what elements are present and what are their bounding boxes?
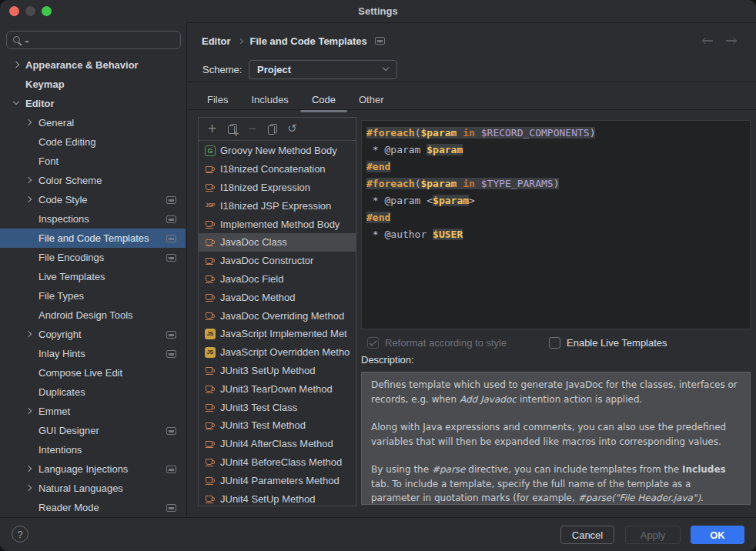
add-template-button[interactable] (206, 122, 219, 135)
sidebar-item-keymap[interactable]: Keymap (0, 75, 186, 94)
sidebar-item-label: Code Style (38, 194, 88, 205)
template-item-junit3-setup-method[interactable]: JUnit3 SetUp Method (199, 362, 356, 380)
sidebar-item-live-templates[interactable]: Live Templates (0, 267, 186, 286)
template-item-javascript-implemented-met[interactable]: JavaScript Implemented Met (199, 325, 356, 343)
sidebar-item-general[interactable]: General (0, 113, 186, 132)
template-item-junit4-setup-method[interactable]: JUnit4 SetUp Method (199, 489, 356, 506)
forward-button (724, 35, 738, 47)
template-item-junit3-teardown-method[interactable]: JUnit3 TearDown Method (199, 379, 356, 398)
template-item-implemented-method-body[interactable]: Implemented Method Body (199, 215, 356, 233)
breadcrumb-editor[interactable]: Editor (202, 35, 231, 47)
help-button[interactable] (12, 526, 28, 543)
sidebar-item-code-editing[interactable]: Code Editing (0, 132, 186, 152)
template-item-groovy-new-method-body[interactable]: Groovy New Method Body (199, 142, 356, 160)
sidebar-item-code-style[interactable]: Code Style (0, 190, 186, 209)
template-item-junit4-afterclass-method[interactable]: JUnit4 AfterClass Method (199, 435, 356, 453)
sidebar-item-emmet[interactable]: Emmet (0, 402, 186, 421)
description-label: Description: (361, 354, 414, 366)
code-token: * @author (366, 229, 433, 240)
cancel-button[interactable]: Cancel (560, 526, 614, 544)
enable-live-templates-checkbox[interactable] (549, 337, 560, 349)
sidebar-item-language-injections[interactable]: Language Injections (0, 459, 186, 479)
settings-tree: Appearance & BehaviorKeymapEditorGeneral… (0, 55, 186, 517)
template-item-junit4-beforeclass-method[interactable]: JUnit4 BeforeClass Method (199, 453, 356, 472)
sidebar-item-label: Compose Live Edit (38, 367, 122, 379)
code-token: ) (554, 178, 560, 189)
java-class-icon (205, 420, 216, 431)
search-input[interactable] (29, 34, 175, 47)
tab-other[interactable]: Other (347, 90, 396, 109)
template-item-label: I18nized JSP Expression (220, 200, 331, 212)
per-machine-setting-icon (166, 196, 176, 204)
create-child-template-button[interactable] (226, 122, 239, 135)
template-item-javadoc-overriding-method[interactable]: JavaDoc Overriding Method (199, 306, 356, 325)
ok-button[interactable]: OK (691, 526, 744, 544)
template-item-junit3-test-class[interactable]: JUnit3 Test Class (199, 398, 356, 416)
per-machine-setting-icon (166, 350, 176, 358)
sidebar-item-appearance-behavior[interactable]: Appearance & Behavior (0, 55, 186, 75)
settings-search-box[interactable] (6, 31, 181, 49)
template-item-javadoc-method[interactable]: JavaDoc Method (199, 288, 356, 306)
sidebar-item-label: Duplicates (38, 386, 85, 398)
reset-to-default-button[interactable] (286, 122, 299, 135)
tab-includes[interactable]: Includes (239, 90, 299, 109)
sidebar-item-file-and-code-templates[interactable]: File and Code Templates (0, 229, 186, 248)
sidebar-item-file-types[interactable]: File Types (0, 286, 186, 306)
tab-code[interactable]: Code (300, 90, 347, 109)
code-line: #end (362, 159, 750, 175)
sidebar-item-label: Editor (25, 98, 55, 109)
template-item-label: JavaDoc Class (220, 236, 287, 248)
code-token: $param (427, 144, 463, 155)
template-item-javadoc-field[interactable]: JavaDoc Field (199, 270, 356, 289)
per-machine-setting-icon (166, 466, 176, 473)
template-list-panel: Groovy New Method BodyI18nized Concatena… (198, 117, 356, 506)
sidebar-item-inspections[interactable]: Inspections (0, 209, 186, 229)
divider (187, 109, 756, 110)
template-item-javascript-overridden-metho[interactable]: JavaScript Overridden Metho (199, 343, 356, 362)
template-code-editor[interactable]: #foreach($param in $RECORD_COMPONENTS) *… (361, 120, 751, 329)
sidebar-item-reader-mode[interactable]: Reader Mode (0, 498, 186, 517)
template-item-junit4-parameters-method[interactable]: JUnit4 Parameters Method (199, 471, 356, 489)
sidebar-item-duplicates[interactable]: Duplicates (0, 382, 186, 402)
copy-template-button[interactable] (266, 122, 279, 135)
reformat-option: Reformat according to style (367, 337, 507, 349)
template-item-javadoc-class[interactable]: JavaDoc Class (199, 233, 356, 252)
sidebar-item-natural-languages[interactable]: Natural Languages (0, 479, 186, 498)
sidebar-item-label: Inlay Hints (38, 348, 85, 359)
template-item-javadoc-constructor[interactable]: JavaDoc Constructor (199, 252, 356, 270)
sidebar-item-intentions[interactable]: Intentions (0, 440, 186, 459)
template-item-label: JUnit3 SetUp Method (220, 365, 316, 376)
sidebar-item-file-encodings[interactable]: File Encodings (0, 248, 186, 267)
scheme-select[interactable]: Project (249, 60, 397, 79)
code-token: $TYPE_PARAMS (481, 178, 554, 189)
sidebar-item-inlay-hints[interactable]: Inlay Hints (0, 344, 186, 363)
code-token (475, 178, 481, 189)
description-paragraph: By using the #parse directive, you can i… (371, 463, 741, 505)
sidebar-item-copyright[interactable]: Copyright (0, 325, 186, 344)
template-item-label: I18nized Expression (220, 182, 310, 193)
template-item-junit3-test-method[interactable]: JUnit3 Test Method (199, 416, 356, 435)
tab-files[interactable]: Files (196, 90, 239, 109)
sidebar-item-android-design-tools[interactable]: Android Design Tools (0, 306, 186, 325)
code-token: #end (366, 161, 390, 172)
page-title: File and Code Templates (250, 35, 367, 47)
per-machine-setting-icon (166, 254, 176, 262)
sidebar-item-color-scheme[interactable]: Color Scheme (0, 171, 186, 190)
java-class-icon (205, 164, 216, 175)
template-item-i18nized-concatenation[interactable]: I18nized Concatenation (199, 160, 356, 179)
template-item-label: JavaScript Implemented Met (220, 328, 347, 339)
sidebar-item-font[interactable]: Font (0, 152, 186, 171)
sidebar-item-label: File Types (38, 290, 84, 302)
sidebar-item-gui-designer[interactable]: GUI Designer (0, 421, 186, 440)
template-item-i18nized-expression[interactable]: I18nized Expression (199, 179, 356, 197)
code-line: #foreach($param in $TYPE_PARAMS) (362, 175, 750, 192)
close-window-button[interactable] (9, 6, 19, 16)
settings-content: Editor File and Code Templates Scheme: P… (187, 22, 756, 517)
sidebar-item-compose-live-edit[interactable]: Compose Live Edit (0, 363, 186, 382)
template-item-i18nized-jsp-expression[interactable]: I18nized JSP Expression (199, 196, 356, 215)
template-item-label: JavaDoc Method (220, 292, 296, 303)
sidebar-item-label: Reader Mode (38, 502, 99, 513)
zoom-window-button[interactable] (42, 6, 52, 16)
code-line: #end (362, 209, 750, 226)
sidebar-item-editor[interactable]: Editor (0, 94, 186, 113)
